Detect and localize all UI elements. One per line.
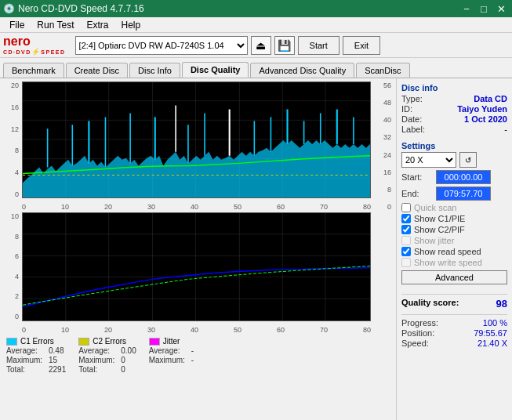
- c1-max-label: Maximum:: [6, 356, 45, 364]
- show-write-speed-label: Show write speed: [414, 258, 482, 267]
- legend-c1: C1 Errors Average: 0.48 Maximum: 15 Tota…: [6, 337, 66, 374]
- c1-total-val: 2291: [49, 365, 66, 374]
- jitter-color: [149, 338, 160, 346]
- jitter-avg-val: -: [191, 346, 194, 355]
- show-write-speed-row: Show write speed: [401, 258, 507, 267]
- c2-title: C2 Errors: [93, 337, 126, 346]
- tab-scan-disc[interactable]: ScanDisc: [356, 63, 409, 78]
- upper-chart: [22, 81, 371, 198]
- title-bar: 💿 Nero CD-DVD Speed 4.7.7.16 − □ ✕: [0, 0, 512, 17]
- id-val: Taiyo Yuden: [457, 104, 507, 114]
- save-button[interactable]: 💾: [274, 36, 295, 55]
- label-label: Label:: [401, 125, 425, 134]
- speed-stat-label: Speed:: [401, 339, 429, 348]
- disc-info-section: Disc info Type: Data CD ID: Taiyo Yuden …: [401, 83, 507, 135]
- upper-left-yaxis: 201612840: [3, 81, 20, 198]
- c2-avg-label: Average:: [78, 346, 118, 355]
- stats-section: Progress: 100 % Position: 79:55.67 Speed…: [401, 314, 507, 349]
- show-read-speed-row: Show read speed: [401, 247, 507, 256]
- disc-info-title: Disc info: [401, 83, 507, 92]
- jitter-title: Jitter: [163, 337, 180, 346]
- date-val: 1 Oct 2020: [464, 114, 507, 124]
- title-bar-controls: − □ ✕: [459, 2, 509, 16]
- maximize-button[interactable]: □: [476, 2, 492, 16]
- lower-xaxis: 01020304050607080: [22, 326, 371, 334]
- c2-total-val: 0: [121, 365, 125, 374]
- show-c2pif-checkbox[interactable]: [401, 225, 411, 234]
- upper-right-yaxis: 56484032241680: [371, 81, 393, 211]
- menu-help[interactable]: Help: [115, 18, 147, 32]
- start-button[interactable]: Start: [298, 36, 340, 55]
- c2-avg-val: 0.00: [121, 346, 136, 355]
- id-row: ID: Taiyo Yuden: [401, 104, 507, 114]
- c1-max-val: 15: [49, 356, 57, 364]
- app-icon: 💿: [3, 3, 15, 14]
- speed-refresh-button[interactable]: ↺: [459, 152, 477, 168]
- quality-score-row: Quality score: 98: [401, 294, 507, 310]
- tab-benchmark[interactable]: Benchmark: [3, 63, 64, 78]
- end-time[interactable]: 079:57.70: [436, 186, 491, 201]
- close-button[interactable]: ✕: [493, 2, 509, 16]
- end-label: End:: [401, 189, 433, 198]
- show-c2pif-row: Show C2/PIF: [401, 225, 507, 234]
- position-label: Position:: [401, 328, 434, 338]
- show-c1pie-checkbox[interactable]: [401, 214, 411, 223]
- speed-select[interactable]: 20 X 4 X 8 X 16 X 32 X 40 X Max: [401, 152, 456, 168]
- minimize-button[interactable]: −: [459, 2, 474, 16]
- drive-select[interactable]: [2:4] Optiarc DVD RW AD-7240S 1.04: [75, 36, 248, 55]
- date-row: Date: 1 Oct 2020: [401, 114, 507, 124]
- quality-score-label: Quality score:: [401, 298, 459, 310]
- start-label: Start:: [401, 172, 433, 182]
- disc-label-row: Label: -: [401, 125, 507, 134]
- jitter-max-val: -: [191, 356, 194, 364]
- show-write-speed-checkbox[interactable]: [401, 258, 411, 267]
- c2-color: [78, 338, 89, 346]
- quick-scan-checkbox[interactable]: [401, 203, 411, 212]
- show-c1pie-label: Show C1/PIE: [414, 214, 465, 223]
- speed-row: 20 X 4 X 8 X 16 X 32 X 40 X Max ↺: [401, 152, 507, 168]
- label-val: -: [504, 125, 507, 134]
- show-c2pif-label: Show C2/PIF: [414, 225, 465, 234]
- show-jitter-label: Show jitter: [414, 236, 454, 245]
- upper-chart-container: 201612840: [3, 81, 393, 211]
- c1-title: C1 Errors: [20, 337, 54, 346]
- tab-disc-info[interactable]: Disc Info: [129, 63, 180, 78]
- show-jitter-row: Show jitter: [401, 236, 507, 245]
- type-val: Data CD: [474, 94, 507, 103]
- quality-score-val: 98: [496, 298, 507, 310]
- jitter-avg-label: Average:: [149, 346, 188, 355]
- date-label: Date:: [401, 114, 422, 124]
- toolbar: nero CD·DVD⚡SPEED [2:4] Optiarc DVD RW A…: [0, 33, 512, 58]
- tab-disc-quality[interactable]: Disc Quality: [182, 62, 249, 78]
- start-row: Start: 000:00.00: [401, 170, 507, 184]
- progress-val: 100 %: [483, 318, 507, 328]
- c1-avg-val: 0.48: [49, 346, 64, 355]
- c1-avg-label: Average:: [6, 346, 45, 355]
- start-time[interactable]: 000:00.00: [436, 170, 491, 184]
- exit-button[interactable]: Exit: [343, 36, 380, 55]
- speed-stat-row: Speed: 21.40 X: [401, 339, 507, 348]
- eject-button[interactable]: ⏏: [251, 36, 271, 55]
- upper-xaxis: 01020304050607080: [22, 203, 371, 211]
- type-label: Type:: [401, 94, 423, 103]
- main-content: 201612840: [0, 78, 512, 420]
- menu-extra[interactable]: Extra: [80, 18, 114, 32]
- c2-max-label: Maximum:: [78, 356, 118, 364]
- menu-run-test[interactable]: Run Test: [31, 18, 80, 32]
- progress-row: Progress: 100 %: [401, 318, 507, 328]
- show-read-speed-checkbox[interactable]: [401, 247, 411, 256]
- app-title: Nero CD-DVD Speed 4.7.7.16: [18, 3, 144, 14]
- tab-advanced-disc-quality[interactable]: Advanced Disc Quality: [250, 63, 354, 78]
- speed-stat-val: 21.40 X: [478, 339, 507, 348]
- advanced-button[interactable]: Advanced: [401, 270, 507, 284]
- progress-label: Progress:: [401, 318, 438, 328]
- lower-left-yaxis: 1086420: [3, 212, 20, 320]
- menu-file[interactable]: File: [3, 18, 31, 32]
- show-jitter-checkbox[interactable]: [401, 236, 411, 245]
- jitter-max-label: Maximum:: [149, 356, 188, 364]
- settings-title: Settings: [401, 141, 507, 150]
- c2-max-val: 0: [121, 356, 125, 364]
- c1-color: [6, 338, 17, 346]
- quick-scan-label: Quick scan: [414, 203, 456, 212]
- tab-create-disc[interactable]: Create Disc: [66, 63, 128, 78]
